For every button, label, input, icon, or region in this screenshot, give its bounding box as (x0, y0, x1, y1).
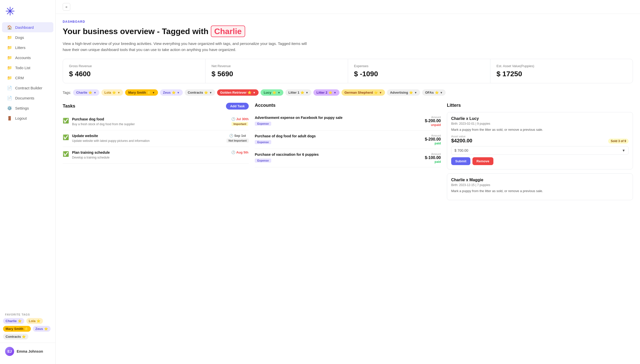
litter-price-input[interactable]: $ 700.00 ▼ (451, 146, 629, 155)
tag-lucy[interactable]: Lucy ⭐ ▼ (261, 89, 283, 96)
favorite-tags-label: FAVORITE TAGS (0, 309, 55, 318)
tag-litter2[interactable]: Litter 2 ⭐ ▼ (313, 89, 339, 96)
fav-tag-lola[interactable]: Lola ⭐ (26, 318, 43, 324)
task-date: 🕐 Sep 1st (226, 134, 249, 138)
tag-charlie[interactable]: Charlie ⭐ ▼ (73, 89, 99, 96)
topbar: « (56, 0, 640, 14)
amount-value: $-200.00 (425, 137, 441, 142)
user-name: Emma Johnson (17, 349, 43, 353)
litter-meta: Birth: 2023-02-01 | 9 puppies (451, 122, 629, 125)
folder-icon: 📁 (7, 65, 12, 70)
sidebar-item-accounts[interactable]: 📁 Accounts (2, 53, 53, 63)
sidebar: 🏠 Dashboard 📁 Dogs 📁 Litters 📁 Accounts … (0, 0, 56, 364)
account-amount: Amount $-200.00 unpaid (425, 116, 441, 127)
amount-value: $-100.00 (425, 155, 441, 160)
three-col-layout: Tasks Add Task ✅ Purchase dog food Buy a… (63, 103, 633, 204)
document-icon: 📄 (7, 85, 12, 90)
account-title: Purchase of dog food for adult dogs (255, 134, 425, 138)
tag-ofas[interactable]: OFAs ⭐ ▼ (422, 89, 446, 96)
sidebar-item-litters[interactable]: 📁 Litters (2, 42, 53, 53)
task-description: Develop a training schedule (72, 155, 228, 160)
sidebar-item-label: Settings (15, 106, 29, 110)
litter-asset-row: Asset value $4200.00 Sold 3 of 9 (451, 135, 629, 144)
tag-lola[interactable]: Lola ⭐ ▼ (101, 89, 123, 96)
amount-status: unpaid (425, 123, 441, 127)
svg-line-6 (11, 12, 13, 14)
account-badge: Expense (255, 122, 271, 126)
sidebar-item-label: Documents (15, 96, 34, 100)
litter-input-row: $ 700.00 ▼ (451, 146, 629, 155)
page-title: Your business overview - Tagged with Cha… (63, 25, 633, 37)
collapse-sidebar-button[interactable]: « (63, 3, 70, 11)
document-icon: 📄 (7, 95, 12, 100)
task-info: Plan training schedule Develop a trainin… (72, 150, 228, 160)
task-title: Purchase dog food (72, 117, 228, 121)
sidebar-item-logout[interactable]: 🚪 Logout (2, 113, 53, 123)
submit-button[interactable]: Submit (451, 157, 470, 165)
stat-gross-revenue: Gross Revenue $ 4600 (63, 59, 205, 83)
asset-value: $4200.00 (451, 138, 472, 144)
folder-icon: 📁 (7, 55, 12, 60)
folder-icon: 📁 (7, 75, 12, 80)
litters-title: Litters (447, 103, 461, 108)
task-info: Purchase dog food Buy a fresh stock of d… (72, 117, 228, 126)
tag-goldenretriever[interactable]: Golden Retriever ⭐ ▼ (217, 89, 259, 96)
sidebar-item-label: Litters (15, 45, 26, 50)
tag-germanshepherd[interactable]: German Shepherd ⭐ ▼ (341, 89, 385, 96)
remove-button[interactable]: Remove (472, 157, 493, 165)
sidebar-item-dogs[interactable]: 📁 Dogs (2, 32, 53, 42)
page-title-tag: Charlie (211, 25, 245, 37)
fav-tag-zeus[interactable]: Zeus ⭐ (33, 326, 51, 332)
litter-card: Charlie x Maggie Birth: 2023-12-15 | 7 p… (447, 173, 633, 200)
sidebar-item-label: Accounts (15, 56, 31, 60)
stats-row: Gross Revenue $ 4600 Net Revenue $ 5690 … (63, 59, 633, 83)
chevron-down-icon: ▼ (622, 148, 625, 152)
task-date: 🕐 Aug 5th (231, 150, 249, 154)
sidebar-item-documents[interactable]: 📄 Documents (2, 93, 53, 103)
amount-value: $-200.00 (425, 119, 441, 123)
sidebar-item-dashboard[interactable]: 🏠 Dashboard (2, 22, 53, 32)
home-icon: 🏠 (7, 25, 12, 30)
task-item: ✅ Plan training schedule Develop a train… (63, 147, 249, 164)
tag-zeus[interactable]: Zeus ⭐ ▼ (160, 89, 183, 96)
fav-tag-charlie[interactable]: Charlie ⭐ (3, 318, 24, 324)
task-description: Update website with latest puppy picture… (72, 139, 223, 143)
task-title: Update website (72, 134, 223, 138)
accounts-column: Accounts Advertisement expense on Facebo… (255, 103, 441, 204)
litter-title: Charlie x Lucy (451, 116, 629, 121)
add-task-button[interactable]: Add Task (226, 103, 249, 110)
task-importance-badge: Not Important (226, 139, 249, 143)
amount-label: Amount (425, 134, 441, 137)
sidebar-item-crm[interactable]: 📁 CRM (2, 73, 53, 83)
sidebar-item-label: Dashboard (15, 25, 34, 30)
tags-label: Tags: (63, 91, 71, 95)
fav-tag-marysmith[interactable]: Mary Smith ⭐ (3, 326, 31, 332)
account-item: Purchase of dog food for adult dogs Expe… (255, 131, 441, 149)
stat-asset-value: Est. Asset Value(Puppies) $ 17250 (490, 59, 633, 83)
logout-icon: 🚪 (7, 116, 12, 121)
amount-label: Amount (425, 116, 441, 119)
account-amount: Amount $-100.00 paid (425, 152, 441, 164)
litter-actions: Submit Remove (451, 157, 629, 165)
sidebar-item-settings[interactable]: ⚙️ Settings (2, 103, 53, 113)
sidebar-item-contract-builder[interactable]: 📄 Contract Builder (2, 83, 53, 93)
account-item: Advertisement expense on Facebook for pu… (255, 112, 441, 131)
sidebar-item-label: CRM (15, 76, 24, 80)
tag-advertising[interactable]: Advertising ⭐ ▼ (387, 89, 420, 96)
stat-net-revenue: Net Revenue $ 5690 (205, 59, 348, 83)
task-info: Update website Update website with lates… (72, 134, 223, 143)
avatar-initials: EJ (7, 349, 12, 353)
main-content: « DASHBOARD Your business overview - Tag… (56, 0, 640, 364)
task-date-col: 🕐 Aug 5th (231, 150, 249, 154)
tag-marysmith[interactable]: Mary Smith ⭐ ▼ (125, 89, 158, 96)
litters-column: Litters Charlie x Lucy Birth: 2023-02-01… (447, 103, 633, 204)
sidebar-item-label: Todo List (15, 66, 30, 70)
stat-label: Gross Revenue (69, 64, 199, 68)
tag-contracts[interactable]: Contracts ⭐ ▼ (185, 89, 215, 96)
task-check-icon: ✅ (63, 118, 69, 124)
fav-tag-contracts[interactable]: Contracts ⭐ (3, 334, 28, 340)
tag-litter1[interactable]: Litter 1 ⭐ ▼ (285, 89, 311, 96)
litters-header: Litters (447, 103, 633, 108)
sidebar-item-todo[interactable]: 📁 Todo List (2, 63, 53, 73)
task-item: ✅ Purchase dog food Buy a fresh stock of… (63, 114, 249, 130)
